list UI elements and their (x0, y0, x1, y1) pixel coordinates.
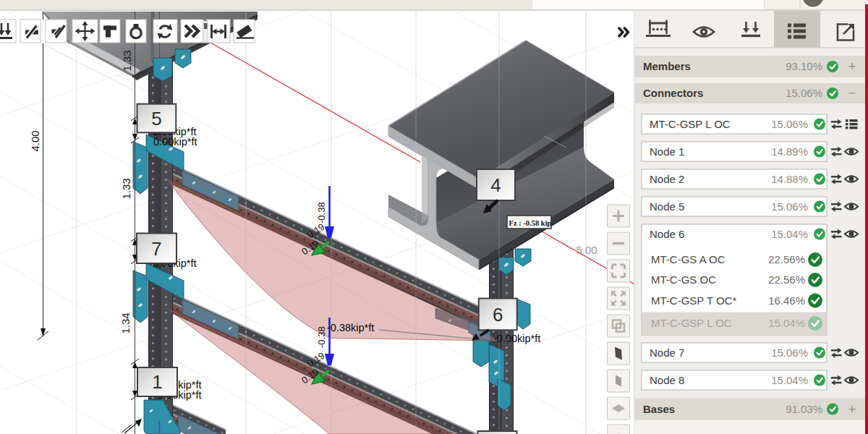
svg-text:4: 4 (490, 174, 501, 196)
svg-text:+: + (848, 59, 856, 74)
svg-text:Connectors: Connectors (643, 87, 703, 99)
svg-text:1.33: 1.33 (121, 50, 133, 71)
svg-text:14.88%: 14.88% (771, 173, 808, 185)
svg-text:93.10%: 93.10% (786, 60, 822, 72)
svg-text:MT-C-GSP L OC: MT-C-GSP L OC (651, 317, 732, 329)
svg-text:Node 5: Node 5 (650, 200, 684, 213)
svg-text:5: 5 (151, 108, 161, 129)
svg-text:-0.38kip*ft: -0.38kip*ft (327, 322, 374, 333)
svg-text:15.04%: 15.04% (771, 374, 808, 386)
svg-text:-0.00kip*ft: -0.00kip*ft (493, 333, 540, 344)
svg-text:22.56%: 22.56% (768, 253, 805, 265)
svg-text:16.46%: 16.46% (768, 294, 805, 307)
svg-text:MT-C-GS A OC: MT-C-GS A OC (651, 253, 726, 265)
svg-text:15.06%: 15.06% (771, 346, 808, 359)
svg-text:5.00: 5.00 (576, 244, 597, 256)
svg-text:4.00: 4.00 (29, 130, 41, 151)
svg-text:Node 1: Node 1 (650, 145, 684, 158)
svg-text:MT-C-GSP L OC: MT-C-GSP L OC (650, 118, 731, 130)
svg-text:15.06%: 15.06% (786, 87, 822, 99)
svg-text:91.03%: 91.03% (786, 403, 822, 415)
svg-text:-0.38: -0.38 (316, 326, 327, 348)
svg-text:15.04%: 15.04% (771, 228, 808, 240)
svg-text:14.89%: 14.89% (771, 145, 808, 158)
svg-text:−: − (848, 85, 856, 101)
svg-text:1.33: 1.33 (120, 178, 132, 199)
svg-text:Fz : -0.58 kip: Fz : -0.58 kip (509, 219, 552, 227)
svg-text:+: + (848, 401, 856, 417)
svg-text:0.00kip*ft: 0.00kip*ft (153, 136, 197, 148)
svg-text:-0.38: -0.38 (316, 202, 327, 224)
svg-text:1: 1 (152, 371, 162, 393)
svg-text:15.06%: 15.06% (771, 200, 808, 213)
svg-text:7: 7 (151, 238, 161, 260)
svg-text:Node 6: Node 6 (650, 228, 684, 240)
svg-text:Node 8: Node 8 (650, 374, 684, 386)
svg-text:Members: Members (643, 60, 691, 72)
svg-text:15.06%: 15.06% (771, 118, 808, 130)
svg-text:Node 7: Node 7 (650, 346, 684, 359)
svg-text:6: 6 (493, 304, 503, 326)
svg-text:15.04%: 15.04% (768, 317, 805, 329)
svg-text:Bases: Bases (643, 403, 675, 415)
svg-text:MT-C-GSP T OC*: MT-C-GSP T OC* (651, 294, 737, 307)
svg-text:22.56%: 22.56% (768, 273, 805, 286)
svg-text:Node 2: Node 2 (650, 173, 684, 185)
svg-text:MT-C-GS OC: MT-C-GS OC (651, 273, 716, 286)
svg-text:1.34: 1.34 (119, 312, 132, 333)
